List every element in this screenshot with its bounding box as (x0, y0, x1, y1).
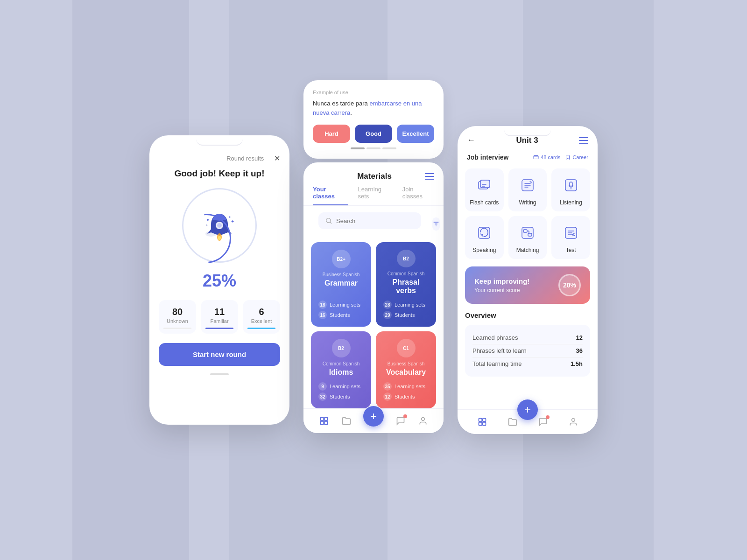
svg-rect-14 (324, 421, 328, 425)
stat-excellent-num: 6 (247, 307, 275, 317)
unit3-fab-button[interactable]: + (517, 399, 538, 420)
learning-time-key: Total learning time (472, 360, 522, 367)
search-bar[interactable] (318, 212, 421, 229)
svg-rect-24 (522, 227, 533, 238)
example-label: Example of use (313, 90, 434, 95)
svg-rect-16 (534, 156, 538, 159)
unit3-nav-message[interactable] (537, 416, 549, 427)
overview-title: Overview (465, 311, 590, 319)
phone-notch (196, 135, 243, 146)
back-arrow-icon[interactable]: ← (467, 135, 475, 145)
writing-label: Writing (519, 199, 536, 206)
svg-point-2 (216, 222, 223, 229)
nav-folder-icon[interactable] (341, 415, 352, 427)
card-meta-phrasal: 28 Learning sets 29 Students (383, 301, 429, 319)
svg-point-1 (211, 230, 220, 235)
nav-profile-icon[interactable] (417, 415, 429, 427)
activity-matching[interactable]: Matching (508, 216, 547, 259)
matching-icon (518, 224, 537, 242)
flash-cards-label: Flash cards (470, 199, 499, 206)
overview-row-left: Phrases left to learn 36 (472, 344, 583, 357)
nav-home-icon[interactable] (318, 415, 330, 427)
svg-point-0 (205, 231, 217, 237)
test-icon (562, 224, 580, 242)
round-results-title: Round results (217, 155, 275, 162)
job-tags: 48 cards Career (533, 154, 588, 160)
filter-icon (432, 220, 440, 228)
materials-title: Materials (357, 172, 392, 181)
rocket-illustration: ✦ ✦ (201, 207, 238, 244)
svg-text:✦: ✦ (231, 219, 234, 224)
unit3-nav-folder[interactable] (507, 416, 518, 427)
activity-speaking[interactable]: Speaking (465, 216, 504, 259)
card-vocabulary[interactable]: C1 Business Spanish Vocabulary 35 Learni… (376, 331, 436, 408)
svg-text:✦: ✦ (205, 224, 208, 227)
card-name-phrasal: Phrasal verbs (383, 278, 429, 295)
svg-point-6 (207, 219, 209, 221)
card-idioms[interactable]: B2 Common Spanish Idioms 9 Learning sets… (311, 331, 371, 408)
svg-rect-18 (480, 180, 490, 188)
close-icon[interactable]: ✕ (274, 154, 280, 163)
activity-writing[interactable]: Writing (508, 168, 547, 211)
unit3-nav-profile[interactable] (568, 416, 579, 427)
class-cards-grid: B2+ Business Spanish Grammar 18 Learning… (303, 242, 444, 408)
phone1-main-title: Good job! Keep it up! (160, 168, 278, 179)
svg-point-4 (217, 233, 222, 241)
score-percent: 25% (203, 271, 236, 291)
overview-row-time: Total learning time 1.5h (472, 357, 583, 370)
tab-join-classes[interactable]: Join classes (402, 186, 434, 205)
start-new-round-button[interactable]: Start new round (159, 343, 280, 366)
stats-row: 80 Unknown 11 Familiar 6 Excellent (149, 300, 289, 334)
card-phrasal-verbs[interactable]: B2 Common Spanish Phrasal verbs 28 Learn… (376, 242, 436, 327)
search-icon (325, 217, 332, 224)
job-interview-row: Job interview 48 cards Career (458, 150, 598, 168)
svg-rect-29 (479, 419, 482, 422)
nav-message-icon[interactable] (395, 415, 406, 427)
hard-button[interactable]: Hard (313, 125, 350, 143)
svg-rect-30 (482, 419, 486, 422)
card-name-idioms: Idioms (318, 368, 364, 377)
progress-text: Keep improving! Your current score (474, 277, 529, 294)
svg-rect-11 (321, 418, 324, 421)
search-row (303, 212, 444, 236)
search-input[interactable] (336, 217, 415, 224)
hamburger-menu[interactable] (425, 173, 434, 180)
nav-menu-icon[interactable] (579, 137, 588, 144)
card-meta-idioms: 9 Learning sets 32 Students (318, 382, 364, 401)
job-interview-title: Job interview (467, 154, 508, 161)
phone-materials-wrapper: Example of use Nunca es tarde para embar… (303, 80, 444, 433)
tab-your-classes[interactable]: Your classes (313, 186, 348, 205)
stat-familiar-label: Familiar (205, 318, 233, 324)
learned-phrases-val: 12 (576, 334, 583, 341)
good-button[interactable]: Good (355, 125, 392, 143)
svg-point-10 (326, 218, 331, 223)
card-badge-idioms: B2 (332, 339, 351, 357)
card-badge-phrasal: B2 (397, 250, 416, 267)
stat-excellent: 6 Excellent (243, 300, 280, 334)
overview-section: Overview Learned phrases 12 Phrases left… (458, 311, 598, 377)
card-grammar[interactable]: B2+ Business Spanish Grammar 18 Learning… (311, 242, 371, 327)
unit3-nav-title: Unit 3 (516, 136, 538, 145)
activity-listening[interactable]: Listening (551, 168, 590, 211)
unit3-nav-home[interactable] (477, 416, 488, 427)
activity-flash-cards[interactable]: Flash cards (465, 168, 504, 211)
card-subtitle-idioms: Common Spanish (318, 361, 364, 366)
card-meta-sets-grammar: 18 Learning sets (318, 301, 364, 309)
activity-test[interactable]: Test (551, 216, 590, 259)
svg-point-3 (217, 223, 222, 228)
filter-button[interactable] (432, 217, 440, 231)
card-name-vocab: Vocabulary (383, 368, 429, 377)
svg-rect-32 (482, 422, 486, 426)
stat-unknown-label: Unknown (163, 318, 191, 324)
svg-rect-13 (321, 421, 324, 425)
svg-point-5 (218, 236, 221, 240)
writing-icon (518, 176, 537, 195)
fab-add-button[interactable]: + (363, 406, 384, 427)
example-sentence: Nunca es tarde para embarcarse en una nu… (313, 99, 434, 117)
excellent-button[interactable]: Excellent (397, 125, 434, 143)
overview-row-learned: Learned phrases 12 (472, 331, 583, 344)
speaking-label: Speaking (472, 247, 496, 253)
tab-learning-sets[interactable]: Learning sets (358, 186, 393, 205)
learned-phrases-key: Learned phrases (472, 334, 518, 341)
svg-point-23 (481, 234, 483, 236)
